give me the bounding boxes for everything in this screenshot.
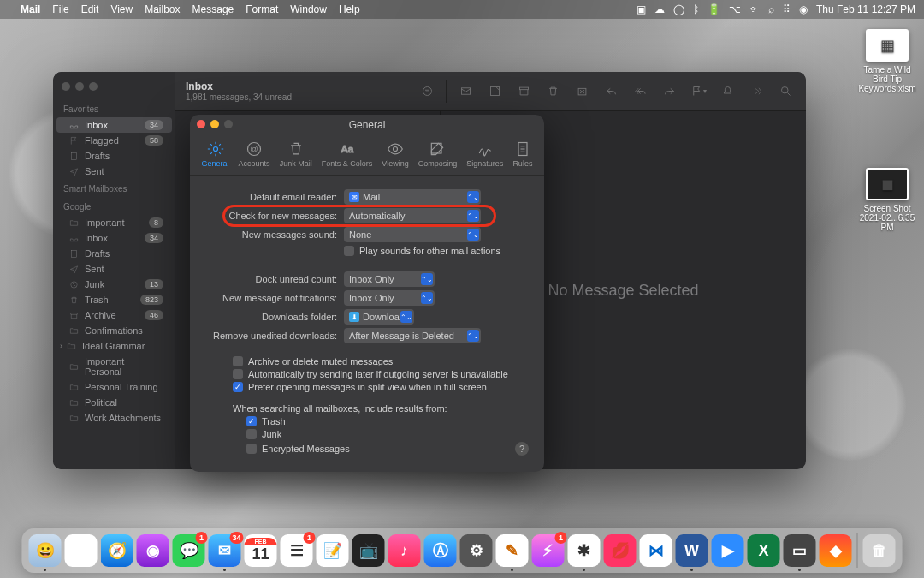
dock-slack[interactable]: ✱ xyxy=(568,534,601,567)
checkbox-search-trash[interactable]: ✓ xyxy=(246,416,257,426)
dock-trash[interactable]: 🗑 xyxy=(863,534,896,567)
sidebar-political[interactable]: Political xyxy=(56,395,172,410)
sidebar-drafts[interactable]: Drafts xyxy=(56,148,172,164)
filter-button[interactable] xyxy=(417,82,437,101)
compose-button[interactable] xyxy=(455,82,476,101)
bluetooth-icon[interactable]: ᛒ xyxy=(693,3,699,15)
checkbox-split[interactable]: ✓ xyxy=(233,382,243,392)
menu-edit[interactable]: Edit xyxy=(81,3,99,15)
sidebar-ideal-grammar[interactable]: ›Ideal Grammar xyxy=(56,338,172,354)
checkbox-retry[interactable] xyxy=(233,369,243,379)
sidebar-inbox[interactable]: Inbox34 xyxy=(56,117,172,133)
sidebar-g-sent[interactable]: Sent xyxy=(56,261,172,277)
dock-launchpad[interactable]: ▦ xyxy=(65,534,98,567)
wifi-icon[interactable]: ᯤ xyxy=(749,3,760,15)
dock-messenger[interactable]: ⚡︎1 xyxy=(532,534,565,567)
dock-reminders[interactable]: ☰1 xyxy=(281,534,313,567)
battery-icon[interactable]: 🔋 xyxy=(708,3,720,15)
dock-mail[interactable]: ✉︎34 xyxy=(209,534,241,567)
tab-rules[interactable]: Rules xyxy=(509,139,536,170)
archive-button[interactable] xyxy=(513,82,534,101)
window-controls[interactable] xyxy=(53,79,175,99)
dock-settings[interactable]: ⚙︎ xyxy=(460,534,493,567)
sidebar-g-inbox[interactable]: Inbox34 xyxy=(56,230,172,246)
reply-all-button[interactable] xyxy=(630,82,650,101)
clock[interactable]: Thu Feb 11 12:27 PM xyxy=(816,3,915,15)
select-downloads[interactable]: ⬇︎Downloads⌃⌄ xyxy=(344,309,414,325)
select-reader[interactable]: ✉︎Mail⌃⌄ xyxy=(344,189,481,205)
dock-app[interactable]: ◆ xyxy=(820,534,852,567)
control-center-icon[interactable]: ⠿ xyxy=(783,3,791,15)
dock-appletv[interactable]: 📺 xyxy=(352,534,385,567)
sidebar-confirmations[interactable]: Confirmations xyxy=(56,323,172,338)
menu-view[interactable]: View xyxy=(110,3,133,15)
more-button[interactable] xyxy=(746,82,767,101)
dock-appstore[interactable]: Ⓐ xyxy=(424,534,457,567)
sidebar-personal-training[interactable]: Personal Training xyxy=(56,379,172,395)
reply-button[interactable] xyxy=(601,82,621,101)
dock-messages[interactable]: 💬1 xyxy=(173,534,205,567)
tab-junk[interactable]: Junk Mail xyxy=(276,139,316,170)
sidebar-flagged[interactable]: Flagged58 xyxy=(56,133,172,148)
desktop-file-xlsm[interactable]: ▦ Tame a Wild Bird Tip Keywords.xlsm xyxy=(857,29,917,93)
delete-button[interactable] xyxy=(542,82,563,101)
dock-vscode[interactable]: ⋈ xyxy=(640,534,672,567)
dock-zoom[interactable]: ▶ xyxy=(712,534,744,567)
select-remove[interactable]: After Message is Deleted⌃⌄ xyxy=(344,328,481,343)
sidebar-important[interactable]: Important8 xyxy=(56,215,172,230)
select-sound[interactable]: None⌃⌄ xyxy=(344,227,481,242)
menu-message[interactable]: Message xyxy=(192,3,234,15)
junk-button[interactable] xyxy=(572,82,592,101)
cloud-icon[interactable]: ☁︎ xyxy=(654,3,665,15)
help-button[interactable]: ? xyxy=(515,442,529,456)
switch-icon[interactable]: ⌥ xyxy=(729,3,741,15)
tab-general[interactable]: General xyxy=(198,139,233,170)
dock-safari[interactable]: 🧭 xyxy=(101,534,133,567)
sidebar-trash[interactable]: Trash823 xyxy=(56,292,172,307)
mute-button[interactable] xyxy=(717,82,737,101)
sidebar-archive[interactable]: Archive46 xyxy=(56,307,172,323)
sidebar-sent[interactable]: Sent xyxy=(56,164,172,179)
menu-file[interactable]: File xyxy=(52,3,68,15)
search-icon[interactable]: ⌕ xyxy=(768,3,774,15)
menu-window[interactable]: Window xyxy=(290,3,327,15)
checkbox-search-junk[interactable] xyxy=(246,429,257,439)
tab-signatures[interactable]: Signatures xyxy=(463,139,506,170)
prefs-window-controls[interactable] xyxy=(197,120,233,128)
forward-button[interactable] xyxy=(659,82,679,101)
chevron-right-icon[interactable]: › xyxy=(60,342,62,350)
tab-fonts[interactable]: AaFonts & Colors xyxy=(318,139,376,170)
dock-notes[interactable]: 📝 xyxy=(317,534,349,567)
dock-terminal[interactable]: ▭ xyxy=(784,534,816,567)
flag-button[interactable]: ▾ xyxy=(688,82,708,101)
dock-excel[interactable]: X xyxy=(748,534,780,567)
dock-word[interactable]: W xyxy=(676,534,708,567)
dock-finder[interactable]: 😀 xyxy=(29,534,62,567)
desktop-file-screenshot[interactable]: ◼︎ Screen Shot 2021-02...6.35 PM xyxy=(857,168,917,232)
checkbox-archive[interactable] xyxy=(233,356,243,366)
dock-music[interactable]: ♪ xyxy=(388,534,421,567)
dock-calendar[interactable]: FEB11 xyxy=(245,534,277,567)
sidebar-important-personal[interactable]: Important Personal xyxy=(56,354,172,379)
app-menu[interactable]: Mail xyxy=(21,3,40,15)
siri-icon[interactable]: ◉ xyxy=(799,3,808,15)
new-button[interactable] xyxy=(484,82,505,101)
menu-help[interactable]: Help xyxy=(339,3,360,15)
dock-pages[interactable]: ✎ xyxy=(496,534,529,567)
sidebar-g-drafts[interactable]: Drafts xyxy=(56,246,172,261)
menu-format[interactable]: Format xyxy=(246,3,278,15)
checkbox-playsounds[interactable] xyxy=(344,246,354,256)
dock-podcasts[interactable]: ◉ xyxy=(137,534,169,567)
checkbox-search-encrypted[interactable] xyxy=(246,444,257,454)
video-icon[interactable]: ▣ xyxy=(637,3,646,15)
menu-mailbox[interactable]: Mailbox xyxy=(145,3,180,15)
sidebar-junk[interactable]: Junk13 xyxy=(56,277,172,292)
select-dock-count[interactable]: Inbox Only⌃⌄ xyxy=(344,271,435,287)
tab-accounts[interactable]: @Accounts xyxy=(235,139,274,170)
dock-lips[interactable]: 💋 xyxy=(604,534,637,567)
circle-icon[interactable]: ◯ xyxy=(673,3,684,15)
tab-viewing[interactable]: Viewing xyxy=(378,139,412,170)
select-notifications[interactable]: Inbox Only⌃⌄ xyxy=(344,290,435,306)
select-check-messages[interactable]: Automatically⌃⌄ xyxy=(344,208,481,223)
sidebar-work-attachments[interactable]: Work Attachments xyxy=(56,410,172,426)
